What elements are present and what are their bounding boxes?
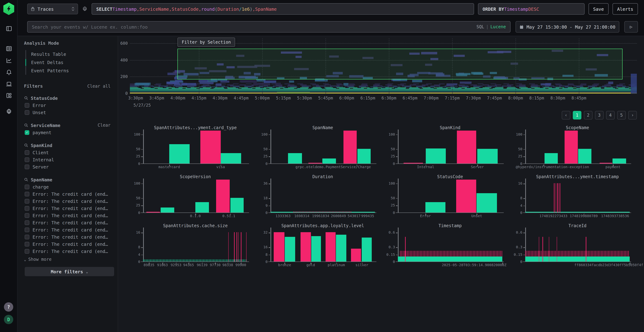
checkbox-unchecked[interactable] — [25, 220, 29, 225]
pagination-page-2[interactable]: 2 — [584, 111, 592, 120]
delta-bar-outlier — [564, 130, 578, 163]
source-select[interactable]: Traces — [27, 4, 78, 14]
filter-option[interactable]: Error: The credit card (end… — [24, 198, 110, 205]
checkbox-unchecked[interactable] — [25, 103, 29, 108]
settings-gear-icon[interactable] — [6, 108, 12, 115]
more-filters-button[interactable]: More filters ⌄ — [25, 267, 114, 276]
laptop-icon[interactable] — [6, 81, 12, 87]
checkbox-unchecked[interactable] — [25, 234, 29, 239]
mini-chart-plot: 321680 — [270, 229, 375, 262]
bell-icon[interactable] — [6, 69, 12, 75]
checkbox-unchecked[interactable] — [25, 199, 29, 204]
hyperdx-logo[interactable] — [3, 2, 15, 15]
checkbox-unchecked[interactable] — [25, 249, 29, 254]
pagination-page-1[interactable]: 1 — [573, 111, 582, 120]
clear-filter-link[interactable]: Clear — [98, 123, 110, 128]
pagination-next[interactable]: › — [628, 111, 637, 120]
analysis-mode-results-table[interactable]: Results Table — [26, 50, 110, 58]
pagination-prev[interactable]: ‹ — [562, 111, 570, 120]
help-button[interactable]: ? — [4, 302, 13, 312]
mini-chart: SpanAttributes...yment.card_type10050250… — [127, 125, 255, 169]
checkbox-unchecked[interactable] — [25, 184, 29, 189]
log-view-icon[interactable] — [6, 46, 12, 52]
checkbox-unchecked[interactable] — [25, 110, 29, 115]
heatmap-cell — [264, 81, 276, 83]
delta-bar-inlier — [426, 148, 446, 163]
filter-option[interactable]: Internal — [24, 156, 110, 163]
filter-option[interactable]: Error: The credit card (end… — [24, 240, 110, 248]
pagination-page-3[interactable]: 3 — [595, 111, 604, 120]
panel-left-icon[interactable] — [6, 26, 12, 32]
sql-toggle[interactable]: SQL — [476, 24, 484, 29]
filter-option[interactable]: charge — [24, 183, 110, 190]
y-tick-mark — [269, 254, 270, 255]
select-query-input[interactable]: SELECT Timestamp,ServiceName,StatusCode,… — [92, 3, 474, 15]
spike-bar — [539, 237, 539, 261]
y-tick-label: 0 — [393, 162, 395, 166]
checkbox-checked[interactable]: ✓ — [25, 130, 29, 135]
y-tick-mark — [524, 156, 525, 157]
delta-bar-outlier — [344, 130, 357, 163]
filter-option[interactable]: Error: The credit card (end… — [24, 212, 110, 219]
pagination-page-4[interactable]: 4 — [606, 111, 615, 120]
save-button[interactable]: Save — [588, 3, 608, 15]
heatmap-selection[interactable] — [178, 49, 622, 80]
checkbox-unchecked[interactable] — [25, 157, 29, 162]
y-tick-label: 25 — [136, 154, 140, 158]
filter-option[interactable]: Error: The credit card (end… — [24, 248, 110, 255]
analysis-mode-title: Analysis Mode — [24, 40, 110, 46]
x-tick-label: 1698314 — [294, 214, 309, 218]
y-tick-mark — [141, 134, 143, 135]
icon-rail: ? D — [0, 0, 18, 332]
checkbox-unchecked[interactable] — [25, 150, 29, 155]
analysis-mode-event-deltas[interactable]: Event Deltas — [26, 58, 110, 66]
line-chart-icon[interactable] — [6, 57, 12, 64]
checkbox-unchecked[interactable] — [25, 164, 29, 169]
filter-option[interactable]: ✓payment — [24, 129, 110, 136]
user-avatar[interactable]: D — [4, 315, 13, 324]
lucene-toggle[interactable]: Lucene — [490, 24, 506, 29]
search-input[interactable]: Search your events w/ Lucene ex. column:… — [27, 21, 510, 32]
checkbox-unchecked[interactable] — [25, 192, 29, 196]
date-range-picker[interactable]: May 27 15:30:00 - May 27 21:00:00 — [516, 21, 619, 32]
filter-option-label: charge — [32, 184, 49, 190]
heatmap-x-tick: 7:00pm — [424, 96, 439, 100]
y-tick-mark — [269, 247, 270, 248]
y-tick-label: 8 — [520, 196, 522, 200]
order-by-input[interactable]: ORDER BY Timestamp DESC — [478, 3, 584, 15]
language-toggle[interactable]: SQL|Lucene — [476, 24, 506, 29]
dashboard-icon[interactable] — [6, 92, 12, 99]
spike-bar — [542, 237, 543, 261]
source-settings-gear-icon[interactable] — [82, 6, 88, 12]
query-token: , — [137, 6, 139, 12]
checkbox-unchecked[interactable] — [25, 213, 29, 218]
show-more-toggle[interactable]: ⌄ Show more — [24, 257, 110, 262]
mini-chart-plot: 10050250 — [398, 131, 502, 164]
checkbox-unchecked[interactable] — [25, 206, 29, 210]
filter-option[interactable]: Error — [24, 102, 110, 109]
spike-bar — [560, 183, 560, 212]
play-icon: ▷ — [630, 24, 632, 29]
filter-option[interactable]: Error: The credit card (end… — [24, 205, 110, 212]
filter-by-selection-tooltip[interactable]: Filter by Selection — [178, 38, 235, 47]
checkbox-unchecked[interactable] — [25, 242, 29, 246]
search-placeholder: Search your events w/ Lucene ex. column:… — [32, 24, 474, 30]
filter-option[interactable]: Error: The credit card (end… — [24, 226, 110, 233]
pagination-page-5[interactable]: 5 — [617, 111, 626, 120]
checkbox-unchecked[interactable] — [25, 227, 29, 232]
y-tick-label: 0.6 — [516, 230, 522, 234]
filter-option[interactable]: Error: The credit card (end… — [24, 190, 110, 198]
y-tick-mark — [396, 184, 398, 184]
filter-option[interactable]: Unset — [24, 109, 110, 116]
filter-option[interactable]: Error: The credit card (end… — [24, 219, 110, 226]
alerts-button[interactable]: Alerts — [612, 3, 638, 15]
delta-bar-outlier — [274, 232, 284, 261]
filter-option[interactable]: Error: The credit card (end… — [24, 233, 110, 240]
filter-option[interactable]: Client — [24, 149, 110, 156]
analysis-mode-event-patterns[interactable]: Event Patterns — [26, 66, 110, 75]
clear-all-link[interactable]: Clear all — [87, 84, 110, 88]
run-query-button[interactable]: ▷ — [624, 21, 638, 32]
filter-option[interactable]: Server — [24, 163, 110, 170]
heatmap-cell — [240, 80, 255, 82]
y-tick-mark — [141, 254, 143, 255]
